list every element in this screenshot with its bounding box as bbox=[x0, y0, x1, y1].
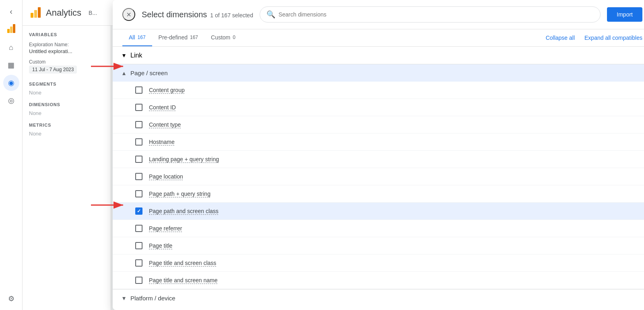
platform-device-section-name: Platform / device bbox=[130, 295, 175, 302]
tab-predefined-count: 167 bbox=[190, 35, 198, 40]
checkbox-page-title-screen-name[interactable] bbox=[135, 277, 142, 284]
breadcrumb: B... bbox=[89, 10, 97, 16]
dimension-row-content-group[interactable]: Content group bbox=[113, 82, 644, 99]
nav-reports-icon[interactable]: ▦ bbox=[3, 57, 19, 73]
checkbox-content-group[interactable] bbox=[135, 86, 142, 94]
dimension-label-landing-page: Landing page + query string bbox=[149, 156, 219, 162]
metrics-title: METRICS bbox=[29, 123, 104, 127]
logo-area: Analytics B... bbox=[29, 6, 97, 19]
dimension-row-page-path-screen-class[interactable]: Page path and screen class bbox=[113, 203, 644, 220]
app-area: Analytics B... Variables Exploration Nam… bbox=[23, 0, 644, 310]
dimension-row-landing-page[interactable]: Landing page + query string bbox=[113, 151, 644, 168]
app-title: Analytics bbox=[46, 8, 81, 18]
tab-custom-count: 0 bbox=[233, 35, 235, 40]
segments-value: None bbox=[29, 90, 104, 96]
platform-device-chevron: ▾ bbox=[122, 294, 126, 302]
checkbox-content-type[interactable] bbox=[135, 121, 142, 128]
section-header-platform-device[interactable]: ▾ Platform / device bbox=[113, 289, 644, 307]
section-header-page-screen[interactable]: ▴ Page / screen bbox=[113, 64, 644, 82]
checkbox-content-id[interactable] bbox=[135, 104, 142, 111]
exploration-name-label: Exploration Name: bbox=[29, 42, 104, 47]
dimension-label-hostname: Hostname bbox=[149, 139, 175, 145]
dimension-row-content-id[interactable]: Content ID bbox=[113, 99, 644, 116]
dimensions-title: DIMENSIONS bbox=[29, 102, 104, 107]
dimension-label-content-type: Content type bbox=[149, 121, 181, 128]
nav-settings-icon[interactable]: ⚙ bbox=[3, 291, 19, 307]
analytics-logo bbox=[3, 21, 19, 37]
tab-predefined[interactable]: Pre-defined 167 bbox=[152, 29, 204, 46]
dimension-row-content-type[interactable]: Content type bbox=[113, 116, 644, 133]
exploration-name-value: Untitled explorati... bbox=[29, 48, 104, 54]
page-screen-section-name: Page / screen bbox=[130, 70, 168, 76]
dimension-label-page-location: Page location bbox=[149, 173, 183, 180]
date-range-type-label: Custom bbox=[29, 59, 104, 65]
svg-rect-5 bbox=[38, 7, 41, 18]
collapse-all-button[interactable]: Collapse all bbox=[546, 35, 575, 41]
svg-rect-2 bbox=[13, 24, 15, 33]
svg-rect-4 bbox=[34, 10, 37, 18]
link-section-name: Link bbox=[130, 52, 142, 59]
dimension-label-page-title: Page title bbox=[149, 242, 172, 249]
svg-rect-1 bbox=[10, 27, 12, 33]
svg-rect-3 bbox=[31, 13, 33, 18]
modal-body: ▾ Link ▴ Page / screen Content group Con… bbox=[113, 47, 644, 310]
dimension-row-page-title-screen-name[interactable]: Page title and screen name bbox=[113, 272, 644, 289]
modal-tabs: All 167 Pre-defined 167 Custom 0 Collaps… bbox=[113, 29, 644, 47]
dimension-label-page-referrer: Page referrer bbox=[149, 225, 182, 232]
dimension-label-page-path-query: Page path + query string bbox=[149, 191, 211, 197]
dimension-row-page-title[interactable]: Page title bbox=[113, 237, 644, 255]
dimension-label-page-title-screen-class: Page title and screen class bbox=[149, 260, 216, 266]
dimension-row-page-referrer[interactable]: Page referrer bbox=[113, 220, 644, 237]
select-dimensions-modal: × Select dimensions 1 of 167 selected 🔍 … bbox=[113, 26, 644, 310]
dimension-row-page-path-query[interactable]: Page path + query string bbox=[113, 185, 644, 203]
checkbox-page-title[interactable] bbox=[135, 242, 142, 249]
dimension-row-page-location[interactable]: Page location bbox=[113, 168, 644, 185]
checkbox-page-path-screen-class[interactable] bbox=[135, 207, 142, 215]
segments-title: SEGMENTS bbox=[29, 82, 104, 86]
nav-explore-icon[interactable]: ◉ bbox=[3, 75, 19, 91]
variables-panel-title: Variables bbox=[29, 32, 104, 37]
svg-rect-0 bbox=[7, 29, 10, 33]
expand-all-compatibles-button[interactable]: Expand all compatibles bbox=[584, 35, 642, 41]
dimension-label-page-path-screen-class: Page path and screen class bbox=[149, 208, 219, 214]
tab-all-label: All bbox=[129, 34, 135, 41]
tab-predefined-label: Pre-defined bbox=[159, 34, 188, 41]
checkbox-landing-page[interactable] bbox=[135, 156, 142, 163]
checkbox-page-title-screen-class[interactable] bbox=[135, 259, 142, 267]
left-nav: ‹ ⌂ ▦ ◉ ◎ ⚙ bbox=[0, 0, 23, 310]
checkbox-hostname[interactable] bbox=[135, 138, 142, 146]
checkbox-page-location[interactable] bbox=[135, 173, 142, 180]
dimension-label-content-id: Content ID bbox=[149, 104, 176, 111]
nav-back-button[interactable]: ‹ bbox=[3, 3, 19, 19]
tab-custom[interactable]: Custom 0 bbox=[204, 29, 242, 46]
modal-tabs-actions: Collapse all Expand all compatibles bbox=[546, 35, 642, 41]
tab-all[interactable]: All 167 bbox=[122, 29, 152, 46]
dimension-row-hostname[interactable]: Hostname bbox=[113, 133, 644, 151]
page-screen-chevron: ▴ bbox=[122, 69, 126, 77]
date-range-value[interactable]: 11 Jul - 7 Aug 2023 bbox=[29, 66, 77, 74]
checkbox-page-referrer[interactable] bbox=[135, 225, 142, 232]
dimension-label-page-title-screen-name: Page title and screen name bbox=[149, 277, 217, 283]
variables-panel: Variables Exploration Name: Untitled exp… bbox=[23, 26, 111, 310]
dimensions-value: None bbox=[29, 110, 104, 116]
link-section-chevron: ▾ bbox=[122, 51, 126, 59]
section-header-link[interactable]: ▾ Link bbox=[113, 47, 644, 64]
dimension-label-content-group: Content group bbox=[149, 87, 185, 93]
main-content: Variables Exploration Name: Untitled exp… bbox=[23, 26, 644, 310]
nav-home-icon[interactable]: ⌂ bbox=[3, 39, 19, 55]
modal-header: × Select dimensions 1 of 167 selected 🔍 … bbox=[113, 26, 644, 29]
checkbox-page-path-query[interactable] bbox=[135, 190, 142, 197]
nav-advertising-icon[interactable]: ◎ bbox=[3, 92, 19, 109]
tab-custom-label: Custom bbox=[211, 34, 230, 41]
tab-all-count: 167 bbox=[138, 35, 146, 40]
dimension-row-page-title-screen-class[interactable]: Page title and screen class bbox=[113, 255, 644, 272]
metrics-value: None bbox=[29, 131, 104, 137]
